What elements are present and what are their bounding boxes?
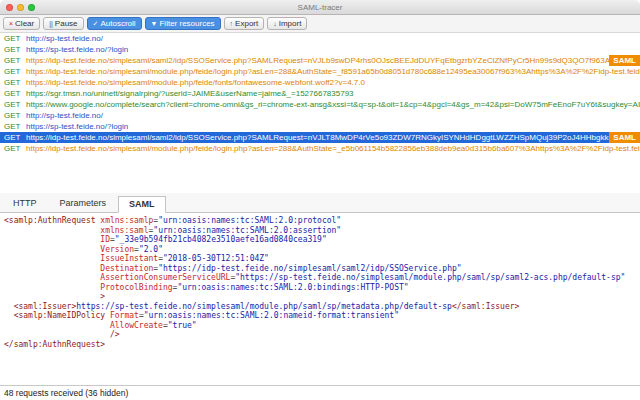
request-url: https://sgr.tmsn.no/uninett/signalrping/… (26, 89, 640, 98)
import-icon: ↓ (273, 20, 277, 27)
request-method: GET (0, 56, 26, 65)
request-url: https://idp-test.feide.no/simplesaml/sam… (26, 133, 609, 142)
request-method: GET (0, 144, 26, 153)
clear-button-label: Clear (15, 19, 34, 28)
clear-icon: × (9, 20, 13, 27)
xml-line: AllowCreate="true" (4, 321, 636, 331)
request-method: GET (0, 34, 26, 43)
request-method: GET (0, 45, 26, 54)
xml-line: AssertionConsumerServiceURL="https://sp-… (4, 273, 636, 283)
saml-tracer-window: SAML-tracer ×Clear||Pause✓Autoscroll▼Fil… (0, 0, 640, 400)
clear-button[interactable]: ×Clear (3, 17, 40, 30)
titlebar: SAML-tracer (0, 0, 640, 15)
request-row[interactable]: GEThttp://sp-test.feide.no/ (0, 33, 640, 44)
request-row[interactable]: GEThttps://idp-test.feide.no/simplesaml/… (0, 55, 640, 66)
request-url: http://sp-test.feide.no/ (26, 34, 640, 43)
request-method: GET (0, 111, 26, 120)
request-url: https://www.google.no/complete/search?cl… (26, 100, 640, 109)
pause-button-label: Pause (55, 19, 78, 28)
request-url: https://idp-test.feide.no/simplesaml/mod… (26, 78, 640, 87)
request-url: http://sp-test.feide.no/ (26, 111, 640, 120)
request-row[interactable]: GEThttps://sgr.tmsn.no/uninett/signalrpi… (0, 88, 640, 99)
request-row[interactable]: GEThttps://sp-test.feide.no/?login (0, 44, 640, 55)
tab-parameters[interactable]: Parameters (49, 195, 118, 212)
request-method: GET (0, 100, 26, 109)
request-row[interactable]: GEThttps://www.google.no/complete/search… (0, 99, 640, 110)
request-row[interactable]: GEThttps://idp-test.feide.no/simplesaml/… (0, 132, 640, 143)
autoscroll-button-label: Autoscroll (100, 19, 135, 28)
request-method: GET (0, 78, 26, 87)
toolbar: ×Clear||Pause✓Autoscroll▼Filter resource… (0, 15, 640, 33)
window-title: SAML-tracer (298, 3, 343, 12)
xml-line: IssueInstant="2018-05-30T12:51:04Z" (4, 254, 636, 264)
autoscroll-check-icon: ✓ (93, 20, 99, 27)
xml-line: ID="_33e9b594fb21cb4082e3510aefe16ad0840… (4, 235, 636, 245)
import-button[interactable]: ↓Import (267, 17, 307, 30)
request-url: https://idp-test.feide.no/simplesaml/sam… (26, 56, 609, 65)
xml-line: <samlp:NameIDPolicy Format="urn:oasis:na… (4, 311, 636, 321)
xml-line: > (4, 292, 636, 302)
saml-badge: SAML (609, 132, 640, 143)
xml-line: <samlp:AuthnRequest xmlns:samlp="urn:oas… (4, 216, 636, 226)
tab-http[interactable]: HTTP (2, 195, 48, 212)
pause-button[interactable]: ||Pause (43, 17, 83, 30)
zoom-button[interactable] (28, 4, 35, 11)
close-button[interactable] (6, 4, 13, 11)
xml-line: </samlp:AuthnRequest> (4, 340, 636, 350)
request-row[interactable]: GEThttp://sp-test.feide.no/ (0, 110, 640, 121)
filter-icon: ▼ (151, 20, 158, 27)
request-row[interactable]: GEThttps://sp-test.feide.no/?login (0, 121, 640, 132)
tab-saml[interactable]: SAML (118, 196, 166, 213)
minimize-button[interactable] (17, 4, 24, 11)
statusbar: 48 requests received (36 hidden) (0, 385, 640, 400)
request-list: GEThttp://sp-test.feide.no/GEThttps://sp… (0, 33, 640, 193)
request-row[interactable]: GEThttps://idp-test.feide.no/simplesaml/… (0, 66, 640, 77)
request-row[interactable]: GEThttps://idp-test.feide.no/simplesaml/… (0, 143, 640, 154)
xml-line: Version="2.0" (4, 245, 636, 255)
filter-resources-button[interactable]: ▼Filter resources (145, 17, 221, 30)
request-method: GET (0, 67, 26, 76)
request-url: https://idp-test.feide.no/simplesaml/mod… (26, 144, 640, 153)
request-method: GET (0, 133, 26, 142)
export-button[interactable]: ↑Export (224, 17, 265, 30)
saml-xml-view: <samlp:AuthnRequest xmlns:samlp="urn:oas… (0, 213, 640, 385)
xml-line: ProtocolBinding="urn:oasis:names:tc:SAML… (4, 283, 636, 293)
request-url: https://sp-test.feide.no/?login (26, 122, 640, 131)
filter-resources-button-label: Filter resources (159, 19, 214, 28)
window-controls (6, 4, 35, 11)
saml-badge: SAML (609, 55, 640, 66)
status-text: 48 requests received (36 hidden) (4, 388, 128, 398)
xml-line: <saml:Issuer>https://sp-test.feide.no/si… (4, 302, 636, 312)
pause-icon: || (49, 20, 53, 27)
request-url: https://sp-test.feide.no/?login (26, 45, 640, 54)
xml-line: xmlns:saml="urn:oasis:names:tc:SAML:2.0:… (4, 226, 636, 236)
request-method: GET (0, 122, 26, 131)
xml-line: Destination="https://idp-test.feide.no/s… (4, 264, 636, 274)
import-button-label: Import (279, 19, 302, 28)
request-method: GET (0, 89, 26, 98)
tab-bar: HTTPParametersSAML (0, 193, 640, 213)
xml-line: /> (4, 330, 636, 340)
request-url: https://idp-test.feide.no/simplesaml/mod… (26, 67, 640, 76)
autoscroll-button[interactable]: ✓Autoscroll (87, 17, 142, 30)
export-icon: ↑ (230, 20, 234, 27)
export-button-label: Export (235, 19, 258, 28)
request-row[interactable]: GEThttps://idp-test.feide.no/simplesaml/… (0, 77, 640, 88)
